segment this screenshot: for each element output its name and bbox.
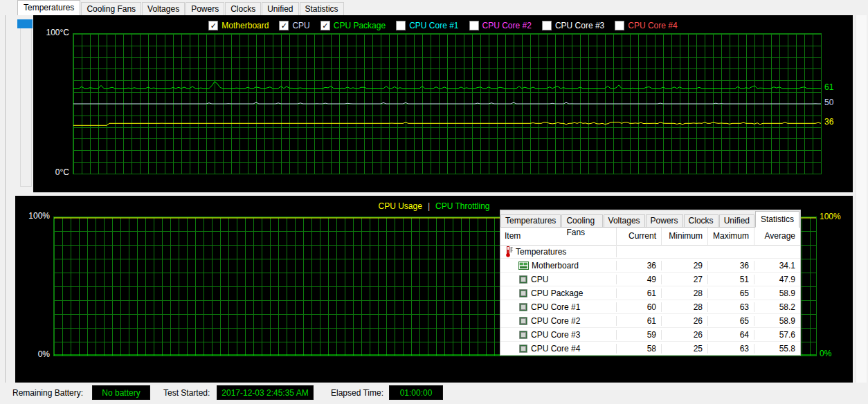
legend-label: CPU Core #4 [628,21,677,30]
column-header-minimum[interactable]: Minimum [662,228,708,245]
legend-item-cpu-core-1[interactable]: CPU Core #1 [396,21,458,30]
tab-statistics[interactable]: Statistics [300,2,344,15]
stats-maximum-value: 36 [708,261,754,270]
stats-row-cpu-core-1[interactable]: CPU Core #160286358.2 [500,300,800,314]
column-header-average[interactable]: Average [754,228,800,245]
series-line-motherboard [73,122,821,126]
checked-checkbox-icon[interactable]: ✓ [279,21,289,30]
cpu-icon [518,344,528,354]
legend-item-cpu-package[interactable]: ✓CPU Package [320,21,386,30]
stats-maximum-value: 63 [708,302,754,312]
thermometer-icon [505,246,513,257]
tab-powers[interactable]: Powers [186,2,224,15]
sensor-legend: ✓Motherboard✓CPU✓CPU PackageCPU Core #1C… [33,21,853,30]
remaining-battery-value: No battery [92,385,150,400]
stats-minimum-value: 27 [662,275,708,284]
cpu-icon [518,302,528,312]
stats-row-cpu-core-2[interactable]: CPU Core #261266558.9 [500,314,800,328]
stats-item-label: CPU Core #4 [531,344,580,354]
tab-page-border [5,15,6,383]
stats-average-value: 55.8 [754,344,800,354]
legend-item-cpu[interactable]: ✓CPU [279,21,309,30]
stats-item-label: CPU Core #3 [531,330,580,340]
temperature-plot [73,33,822,174]
column-header-maximum[interactable]: Maximum [708,228,754,245]
stats-tab-temperatures[interactable]: Temperatures [500,214,561,227]
elapsed-time-value: 01:00:00 [389,385,443,400]
tab-clocks[interactable]: Clocks [225,2,261,15]
tab-cooling-fans[interactable]: Cooling Fans [81,2,141,15]
stats-current-value: 49 [617,275,662,284]
legend-label: CPU Package [334,21,386,30]
column-header-item[interactable]: Item [500,228,617,245]
stats-current-value: 36 [617,261,662,270]
legend-item-cpu-core-2[interactable]: CPU Core #2 [469,21,532,30]
stats-current-value: 61 [617,288,662,298]
tab-voltages[interactable]: Voltages [142,2,185,15]
stats-row-motherboard[interactable]: Motherboard36293634.1 [500,259,800,273]
stats-average-value: 47.9 [754,275,800,284]
cpu-icon [518,288,528,298]
current-value-label-cpu-package: 61 [824,82,833,93]
stats-average-value: 58.9 [754,288,800,298]
current-value-label-motherboard: 36 [824,117,833,127]
stats-item-label: Temperatures [516,247,566,257]
stats-maximum-value: 51 [708,275,754,284]
stats-tab-powers[interactable]: Powers [646,214,683,227]
series-line-cpu [73,102,821,104]
title-separator: | [428,201,430,211]
temperature-graph-panel: ✓Motherboard✓CPU✓CPU PackageCPU Core #1C… [33,15,853,192]
statistics-tab-bar: TemperaturesCooling FansVoltagesPowersCl… [500,210,800,228]
graph-zoom-slider-track[interactable] [20,21,32,187]
column-header-current[interactable]: Current [617,228,662,245]
stats-maximum-value: 65 [708,288,754,298]
stats-tab-unified[interactable]: Unified [719,214,754,227]
current-value-label-cpu-throttling: 0% [820,349,831,359]
stats-average-value: 57.6 [754,330,800,340]
unchecked-checkbox-icon[interactable] [615,21,624,30]
stats-tab-cooling-fans[interactable]: Cooling Fans [561,214,602,227]
legend-item-cpu-core-4[interactable]: CPU Core #4 [615,21,677,30]
y-axis-min-label: 0°C [42,167,69,178]
legend-label: Motherboard [221,21,269,30]
stats-tab-clocks[interactable]: Clocks [684,214,718,227]
stats-row-cpu[interactable]: CPU49275147.9 [500,273,800,286]
stats-minimum-value: 29 [662,261,708,270]
stats-minimum-value: 26 [662,316,708,326]
stats-tab-voltages[interactable]: Voltages [604,214,645,227]
stats-maximum-value: 63 [708,344,754,354]
stats-current-value: 58 [617,344,662,354]
unchecked-checkbox-icon[interactable] [469,21,479,30]
temperature-chart-svg [73,34,821,174]
graph-zoom-slider-thumb[interactable] [17,19,33,28]
legend-label: CPU Core #1 [409,21,458,30]
checked-checkbox-icon[interactable]: ✓ [320,21,330,30]
stats-row-temperatures[interactable]: Temperatures [500,245,800,259]
status-bar: Remaining Battery: No battery Test Start… [0,383,868,404]
stats-average-value: 34.1 [754,261,800,270]
stats-current-value: 59 [617,330,662,340]
legend-label: CPU Core #2 [482,21,532,30]
stats-tab-statistics[interactable]: Statistics [755,211,799,228]
legend-item-motherboard[interactable]: ✓Motherboard [208,21,269,30]
unchecked-checkbox-icon[interactable] [396,21,406,30]
legend-item-cpu-core-3[interactable]: CPU Core #3 [542,21,604,30]
stats-item-label: CPU Core #1 [531,302,580,312]
usage-axis-min-label: 0% [24,349,50,360]
stats-minimum-value: 25 [662,344,708,354]
right-gutter [856,15,867,383]
checked-checkbox-icon[interactable]: ✓ [208,21,218,30]
title-cpu-usage: CPU Usage [379,201,422,211]
tab-temperatures[interactable]: Temperatures [17,0,80,15]
stats-row-cpu-core-4[interactable]: CPU Core #458256355.8 [500,342,800,355]
statistics-table-header: ItemCurrentMinimumMaximumAverage [500,228,800,246]
statistics-table-body: TemperaturesMotherboard36293634.1CPU4927… [500,245,800,355]
legend-label: CPU [292,21,309,30]
current-value-label-cpu-usage: 100% [820,212,841,222]
tab-unified[interactable]: Unified [262,2,298,15]
stats-item-label: CPU [531,275,548,284]
stats-item-label: Motherboard [532,261,579,270]
stats-row-cpu-package[interactable]: CPU Package61286558.9 [500,286,800,300]
unchecked-checkbox-icon[interactable] [542,21,552,30]
stats-row-cpu-core-3[interactable]: CPU Core #359266457.6 [500,328,800,342]
